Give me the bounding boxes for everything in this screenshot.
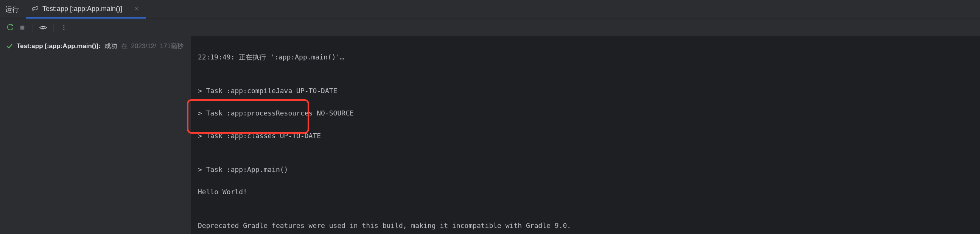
- close-icon[interactable]: [133, 5, 140, 13]
- panel-label: 运行: [0, 0, 26, 19]
- stop-button[interactable]: [17, 22, 28, 33]
- console-line: > Task :app:App.main(): [198, 164, 973, 175]
- console-output[interactable]: 22:19:49: 正在执行 ':app:App.main()'… > Task…: [191, 37, 980, 234]
- toolbar-separator: [53, 24, 54, 32]
- console-line: Deprecated Gradle features were used in …: [198, 220, 973, 231]
- tab-bar: 运行 Test:app [:app:App.main()]: [0, 0, 980, 19]
- svg-point-4: [64, 25, 64, 26]
- result-meta-date: 2023/12/: [131, 42, 156, 50]
- more-icon[interactable]: [58, 22, 70, 33]
- gradle-icon: [31, 5, 38, 13]
- console-line: > Task :app:processResources NO-SOURCE: [198, 108, 973, 119]
- success-check-icon: [6, 43, 13, 49]
- console-line: > Task :app:classes UP-TO-DATE: [198, 130, 973, 142]
- result-status: 成功: [105, 41, 117, 50]
- show-icon[interactable]: [37, 22, 49, 33]
- run-tab[interactable]: Test:app [:app:App.main()]: [26, 0, 146, 19]
- rerun-button[interactable]: [5, 22, 16, 33]
- console-line: Hello World!: [198, 186, 973, 197]
- svg-point-3: [42, 27, 44, 29]
- console-line: 22:19:49: 正在执行 ':app:App.main()'…: [198, 51, 973, 63]
- svg-point-5: [64, 27, 64, 28]
- results-sidebar: Test:app [:app:App.main()]: 成功 在 2023/12…: [0, 37, 191, 234]
- result-row[interactable]: Test:app [:app:App.main()]: 成功 在 2023/12…: [6, 41, 185, 50]
- console-line: > Task :app:compileJava UP-TO-DATE: [198, 85, 973, 97]
- content-area: Test:app [:app:App.main()]: 成功 在 2023/12…: [0, 37, 980, 234]
- toolbar-separator: [33, 24, 33, 32]
- tab-label: Test:app [:app:App.main()]: [42, 5, 122, 13]
- svg-rect-2: [21, 25, 25, 30]
- toolbar: [0, 19, 980, 37]
- svg-point-6: [64, 29, 64, 30]
- result-meta-prefix: 在: [121, 41, 127, 50]
- result-meta-duration: 171毫秒: [160, 41, 183, 50]
- result-name: Test:app [:app:App.main()]:: [17, 42, 101, 50]
